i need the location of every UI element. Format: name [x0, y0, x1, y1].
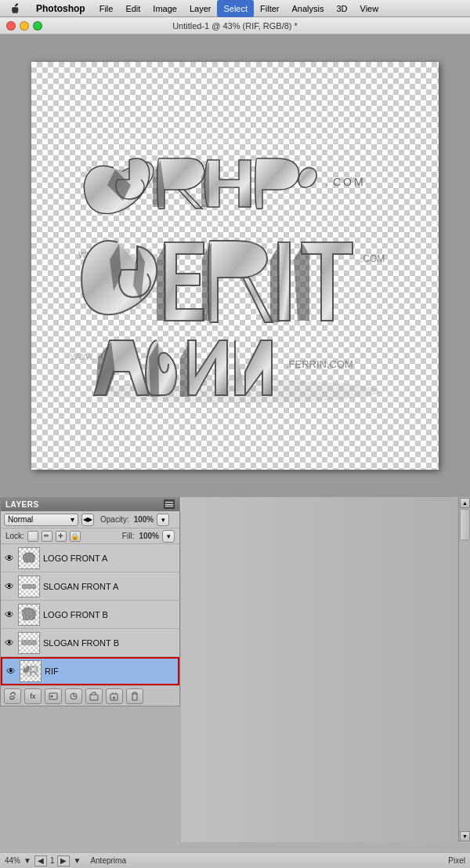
- layer-thumbnail-1: [18, 576, 40, 597]
- opacity-dropdown[interactable]: ▾: [157, 514, 169, 526]
- layer-visibility-icon-0[interactable]: 👁: [4, 553, 15, 564]
- canvas-document[interactable]: . C O M WWW.: [31, 62, 439, 470]
- svg-rect-17: [90, 695, 98, 700]
- fill-value: 100%: [139, 532, 159, 540]
- lock-move-btn[interactable]: ✛: [56, 531, 67, 542]
- layer-name-0: LOGO FRONT A: [43, 554, 176, 563]
- blend-mode-arrow: ▾: [70, 515, 74, 524]
- window-title: Untitled-1 @ 43% (RIF, RGB/8) *: [172, 21, 298, 31]
- svg-text:WWW.: WWW.: [70, 353, 95, 361]
- right-scrollbar: ▲ ▼: [458, 497, 470, 842]
- layer-visibility-icon-1[interactable]: 👁: [4, 581, 15, 592]
- app-name[interactable]: Photoshop: [31, 3, 90, 14]
- layer-row-slogan-front-a[interactable]: 👁 SLOGAN FRONT A: [1, 572, 179, 601]
- layer-visibility-icon-4[interactable]: 👁: [5, 666, 16, 677]
- layer-actions-bar: fx: [1, 685, 179, 706]
- add-adjustment-button[interactable]: [65, 688, 82, 704]
- right-scroll-up[interactable]: ▲: [460, 498, 470, 508]
- lock-label: Lock:: [5, 532, 24, 540]
- menubar: Photoshop File Edit Image Layer Select F…: [0, 0, 470, 17]
- layers-panel: LAYERS Normal ▾ ◀▶ Opacity: 100% ▾ Lock:…: [0, 497, 180, 706]
- menu-file[interactable]: File: [93, 0, 120, 17]
- bottom-arrow-2: ▼: [73, 856, 81, 865]
- window-controls: [6, 21, 42, 31]
- layer-thumbnail-2: [18, 604, 40, 626]
- layer-visibility-icon-2[interactable]: 👁: [4, 609, 15, 620]
- right-scroll-down[interactable]: ▼: [460, 831, 470, 841]
- opacity-input[interactable]: ◀▶: [81, 514, 94, 526]
- logo-graphic: . C O M WWW.: [55, 93, 423, 438]
- blend-opacity-row: Normal ▾ ◀▶ Opacity: 100% ▾: [1, 511, 179, 528]
- layer-name-4: RIF: [45, 666, 175, 676]
- bottom-zoom: 44%: [5, 856, 20, 865]
- svg-rect-13: [21, 640, 37, 645]
- svg-rect-10: [82, 242, 380, 244]
- add-mask-button[interactable]: [45, 688, 62, 704]
- apple-menu[interactable]: [0, 3, 31, 14]
- svg-text:C: C: [333, 176, 341, 188]
- layers-panel-header: LAYERS: [1, 497, 179, 511]
- menu-view[interactable]: View: [354, 0, 385, 17]
- canvas-area: . C O M WWW.: [0, 35, 470, 497]
- layer-name-2: LOGO FRONT B: [43, 610, 176, 619]
- bottom-unit: Pixel: [448, 856, 465, 865]
- svg-point-15: [51, 695, 53, 697]
- opacity-label: Opacity:: [100, 515, 129, 524]
- layer-fx-button[interactable]: fx: [24, 688, 42, 704]
- new-layer-button[interactable]: [106, 688, 123, 704]
- titlebar: Untitled-1 @ 43% (RIF, RGB/8) *: [0, 17, 470, 35]
- minimize-button[interactable]: [20, 21, 29, 31]
- layer-row-rif[interactable]: 👁 RIF: [1, 657, 179, 685]
- hamburger-line-2: [165, 504, 173, 505]
- svg-text:.FERRIN.COM: .FERRIN.COM: [286, 358, 353, 370]
- menu-select[interactable]: Select: [217, 0, 254, 17]
- lock-transparent-btn[interactable]: ⬜: [27, 531, 38, 542]
- close-button[interactable]: [6, 21, 16, 31]
- svg-text:M: M: [354, 176, 363, 188]
- layer-thumbnail-0: [18, 547, 40, 569]
- menu-edit[interactable]: Edit: [119, 0, 146, 17]
- layer-thumbnail-3: [18, 632, 40, 654]
- right-panel-area: [181, 497, 458, 842]
- svg-rect-9: [82, 140, 396, 143]
- thumb-content-0: [19, 548, 39, 568]
- layer-row-logo-front-a[interactable]: 👁 LOGO FRONT A: [1, 544, 179, 572]
- maximize-button[interactable]: [33, 21, 42, 31]
- bottom-statusbar: 44% ▼ ◀ 1 ▶ ▼ Anteprima Pixel: [0, 852, 470, 868]
- svg-text:.COM: .COM: [360, 253, 385, 264]
- thumb-content-2: [19, 605, 39, 625]
- delete-layer-button[interactable]: [126, 688, 143, 704]
- link-layers-button[interactable]: [4, 688, 21, 704]
- thumb-content-1: [19, 576, 39, 597]
- menu-image[interactable]: Image: [146, 0, 183, 17]
- layers-menu-button[interactable]: [164, 499, 175, 509]
- page-prev-btn[interactable]: ◀: [34, 855, 47, 866]
- fill-label: Fill:: [122, 532, 135, 540]
- svg-text:.: .: [325, 176, 328, 188]
- layer-thumbnail-4: [20, 660, 42, 682]
- lock-row: Lock: ⬜ ✏ ✛ 🔒 Fill: 100% ▾: [1, 528, 179, 544]
- right-scroll-thumb[interactable]: [460, 509, 470, 540]
- layer-row-slogan-front-b[interactable]: 👁 SLOGAN FRONT B: [1, 629, 179, 657]
- menu-3d[interactable]: 3D: [330, 0, 353, 17]
- page-next-btn[interactable]: ▶: [57, 855, 70, 866]
- layers-panel-title: LAYERS: [5, 500, 39, 509]
- menu-filter[interactable]: Filter: [254, 0, 285, 17]
- bottom-arrow-1: ▼: [24, 856, 31, 865]
- lock-all-btn[interactable]: 🔒: [70, 531, 81, 542]
- opacity-value: 100%: [134, 515, 154, 524]
- thumb-content-3: [19, 633, 39, 653]
- lock-paint-btn[interactable]: ✏: [42, 531, 52, 542]
- svg-text:O: O: [343, 176, 352, 188]
- layer-visibility-icon-3[interactable]: 👁: [4, 637, 15, 648]
- menu-layer[interactable]: Layer: [183, 0, 218, 17]
- bottom-preview-label: Anteprima: [90, 856, 126, 865]
- bottom-page: 1: [50, 856, 55, 865]
- create-group-button[interactable]: [85, 688, 103, 704]
- fill-dropdown[interactable]: ▾: [162, 530, 175, 543]
- hamburger-line-1: [165, 502, 173, 503]
- menu-analysis[interactable]: Analysis: [286, 0, 331, 17]
- blend-mode-select[interactable]: Normal ▾: [4, 514, 78, 526]
- layer-row-logo-front-b[interactable]: 👁 LOGO FRONT B: [1, 601, 179, 629]
- layer-name-1: SLOGAN FRONT A: [43, 582, 176, 591]
